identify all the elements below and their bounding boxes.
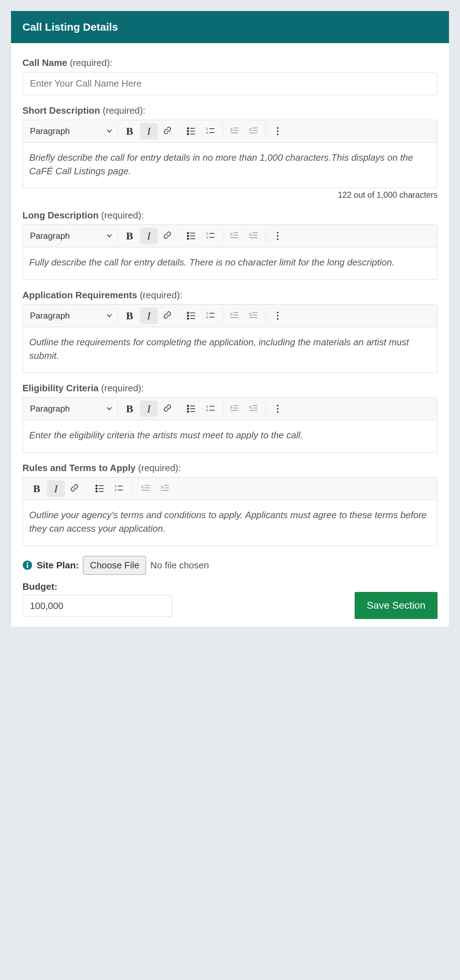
more-button[interactable] <box>269 401 287 417</box>
long-description-content[interactable]: Fully describe the call for entry detail… <box>23 247 437 279</box>
rules-terms-content[interactable]: Outline your agency's terms and conditio… <box>23 500 437 545</box>
file-status-text: No file chosen <box>150 560 209 571</box>
italic-button[interactable]: I <box>140 307 158 324</box>
svg-text:1: 1 <box>206 312 208 315</box>
panel-body: Call Name (required): Short Description … <box>11 43 449 627</box>
svg-text:2: 2 <box>206 408 208 412</box>
numbered-list-button[interactable]: 1 2 <box>110 480 128 497</box>
rules-terms-label: Rules and Terms to Apply (required): <box>22 463 438 474</box>
more-button[interactable]: .f{fill:#333} <box>269 123 287 139</box>
block-format-select[interactable]: Paragraph <box>25 124 117 138</box>
application-requirements-editor: Paragraph B I 1 2 <box>22 304 438 373</box>
italic-button[interactable]: I <box>47 480 65 497</box>
bold-button[interactable]: B <box>28 480 46 497</box>
outdent-button[interactable] <box>245 307 263 324</box>
bullet-list-icon <box>95 484 105 493</box>
indent-button[interactable] <box>226 228 244 244</box>
numbered-list-icon: 1 2 <box>206 404 216 414</box>
link-button[interactable] <box>159 123 177 139</box>
svg-text:1: 1 <box>115 484 116 488</box>
outdent-icon <box>249 231 259 241</box>
outdent-icon <box>141 484 151 493</box>
outdent-button[interactable] <box>245 401 263 417</box>
outdent-button[interactable] <box>245 228 263 244</box>
budget-save-row: Budget: Save Section <box>22 581 438 619</box>
eligibility-criteria-field: Eligibility Criteria (required): Paragra… <box>22 383 438 453</box>
more-button[interactable] <box>269 307 287 324</box>
bold-button[interactable]: B <box>121 228 138 244</box>
short-description-field: Short Description (required): Paragraph … <box>22 105 438 200</box>
indent-icon <box>230 231 240 241</box>
svg-text:1: 1 <box>206 127 208 130</box>
link-icon <box>163 404 173 414</box>
bold-button[interactable]: B <box>121 401 138 417</box>
short-description-char-count: 122 out of 1,000 characters <box>22 190 438 200</box>
italic-button[interactable]: I <box>140 123 158 139</box>
application-requirements-field: Application Requirements (required): Par… <box>22 290 438 373</box>
link-icon <box>163 231 173 241</box>
link-button[interactable] <box>159 228 177 244</box>
block-format-select[interactable]: Paragraph <box>25 309 117 323</box>
bold-button[interactable]: B <box>121 123 138 139</box>
block-format-select[interactable]: Paragraph <box>25 402 117 416</box>
call-name-label: Call Name (required): <box>22 57 438 68</box>
bullet-list-icon <box>187 404 197 414</box>
rules-terms-editor: B I 1 2 <box>22 477 438 546</box>
numbered-list-icon: 1 2 <box>206 311 216 321</box>
outdent-button[interactable] <box>137 480 155 497</box>
more-button[interactable] <box>269 228 287 244</box>
more-icon <box>273 404 283 414</box>
link-icon <box>70 484 80 493</box>
bullet-list-button[interactable] <box>91 480 109 497</box>
numbered-list-button[interactable]: 1 2 <box>202 228 220 244</box>
eligibility-criteria-label: Eligibility Criteria (required): <box>22 383 438 394</box>
numbered-list-button[interactable]: 1 2 <box>202 401 220 417</box>
block-format-select[interactable]: Paragraph <box>25 229 117 243</box>
numbered-list-button[interactable]: 1 2 <box>202 123 220 139</box>
bullet-list-button[interactable] <box>182 401 200 417</box>
application-requirements-toolbar: Paragraph B I 1 2 <box>23 305 437 327</box>
budget-label: Budget: <box>22 581 172 592</box>
choose-file-button[interactable]: Choose File <box>83 556 146 575</box>
bullet-list-button[interactable]: .f{fill:#333} <box>182 123 200 139</box>
outdent-button[interactable] <box>245 123 263 139</box>
rules-terms-field: Rules and Terms to Apply (required): B I… <box>22 463 438 546</box>
outdent-icon <box>249 126 259 136</box>
eligibility-criteria-editor: Paragraph B I 1 2 <box>22 397 438 453</box>
indent-icon <box>230 311 240 321</box>
indent-button[interactable] <box>156 480 174 497</box>
panel-title: Call Listing Details <box>22 21 118 33</box>
link-button[interactable] <box>66 480 84 497</box>
info-icon[interactable] <box>22 560 32 570</box>
bold-button[interactable]: B <box>121 307 138 324</box>
svg-text:2: 2 <box>206 315 208 319</box>
svg-text:2: 2 <box>115 488 116 492</box>
indent-button[interactable] <box>226 307 244 324</box>
italic-button[interactable]: I <box>140 401 158 417</box>
call-listing-panel: Call Listing Details Call Name (required… <box>11 11 449 627</box>
numbered-list-button[interactable]: 1 2 <box>202 307 220 324</box>
short-description-editor: Paragraph B I .f{fill:#333} 1 <box>22 120 438 188</box>
site-plan-label: Site Plan: <box>36 560 79 571</box>
short-description-content[interactable]: Briefly describe the call for entry deta… <box>23 143 437 188</box>
indent-button[interactable] <box>226 401 244 417</box>
link-button[interactable] <box>159 307 177 324</box>
eligibility-criteria-content[interactable]: Enter the eligibility criteria the artis… <box>23 420 437 452</box>
panel-header: Call Listing Details <box>11 11 449 43</box>
chevron-down-icon <box>106 233 113 239</box>
long-description-field: Long Description (required): Paragraph B… <box>22 210 438 280</box>
italic-button[interactable]: I <box>140 228 158 244</box>
application-requirements-content[interactable]: Outline the requirements for completing … <box>23 327 437 372</box>
bullet-list-button[interactable] <box>182 228 200 244</box>
toolbar-separator <box>132 480 133 497</box>
call-name-input[interactable] <box>22 72 438 95</box>
svg-text:1: 1 <box>206 404 208 408</box>
indent-button[interactable] <box>226 123 244 139</box>
budget-input[interactable] <box>22 595 172 617</box>
site-plan-row: Site Plan: Choose File No file chosen <box>22 556 438 575</box>
numbered-list-icon: 1 2 <box>206 231 216 241</box>
bullet-list-icon <box>187 231 197 241</box>
save-section-button[interactable]: Save Section <box>355 592 438 619</box>
bullet-list-button[interactable] <box>182 307 200 324</box>
link-button[interactable] <box>159 401 177 417</box>
